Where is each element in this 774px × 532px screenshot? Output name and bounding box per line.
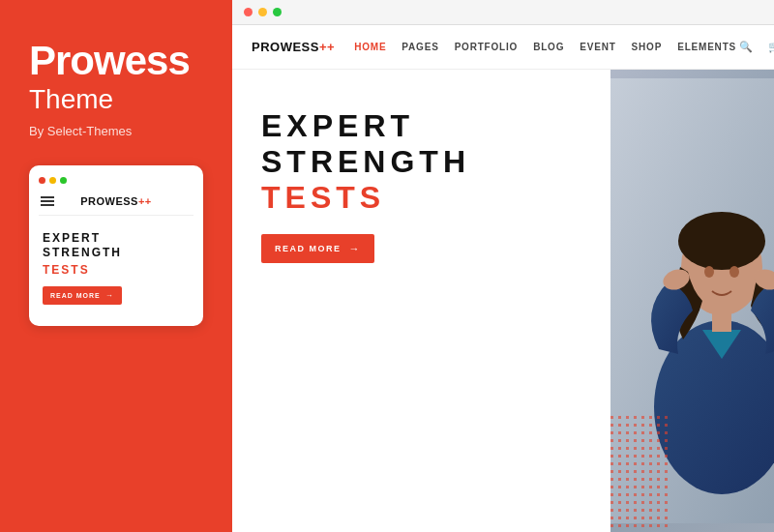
nav-link-shop[interactable]: SHOP xyxy=(632,42,663,52)
grid-overlay xyxy=(610,416,669,532)
sidebar-by: By Select-Themes xyxy=(29,124,203,138)
browser-chrome xyxy=(232,0,774,25)
browser-dot-red xyxy=(244,8,253,16)
hero-line3: TESTS xyxy=(261,180,581,216)
main-content: PROWESS++ HOME PAGES PORTFOLIO BLOG EVEN… xyxy=(232,0,774,532)
nav-icons: 🔍 🛒 ☰ xyxy=(736,38,774,57)
hero-left: EXPERT STRENGTH TESTS READ MORE → xyxy=(232,70,610,532)
mockup-read-more-button[interactable]: READ MORE → xyxy=(43,286,122,305)
sidebar-title: Prowess xyxy=(29,39,203,83)
website-logo: PROWESS++ xyxy=(252,40,335,54)
nav-link-elements[interactable]: ELEMENTS xyxy=(677,42,736,52)
mockup-dots xyxy=(39,177,194,184)
svg-point-4 xyxy=(678,212,765,270)
sidebar: Prowess Theme By Select-Themes PROWESS++… xyxy=(0,0,232,532)
svg-rect-11 xyxy=(610,416,669,532)
search-icon[interactable]: 🔍 xyxy=(736,38,756,57)
mockup-dot-yellow xyxy=(49,177,56,184)
nav-link-portfolio[interactable]: PORTFOLIO xyxy=(455,42,519,52)
mockup-hero: EXPERT STRENGTH TESTS READ MORE → xyxy=(39,225,194,312)
hamburger-icon[interactable] xyxy=(41,196,54,206)
sidebar-subtitle: Theme xyxy=(29,83,203,116)
hero-line1: EXPERT xyxy=(261,108,581,144)
hero-right xyxy=(610,70,774,532)
browser-dot-yellow xyxy=(258,8,267,16)
read-more-button[interactable]: READ MORE → xyxy=(261,234,374,263)
mockup-hero-line2: STRENGTH xyxy=(43,246,190,261)
mockup-logo: PROWESS++ xyxy=(80,195,152,207)
nav-link-home[interactable]: HOME xyxy=(354,42,386,52)
nav-link-event[interactable]: EVENT xyxy=(580,42,615,52)
nav-link-pages[interactable]: PAGES xyxy=(402,42,438,52)
arrow-icon: → xyxy=(349,243,362,254)
arrow-icon: → xyxy=(105,291,114,300)
mockup-dot-red xyxy=(39,177,45,184)
svg-rect-9 xyxy=(712,309,731,332)
mockup-hero-line3: TESTS xyxy=(43,261,190,279)
mockup-nav: PROWESS++ xyxy=(39,192,194,216)
browser-dot-green xyxy=(273,8,282,16)
website-preview: PROWESS++ HOME PAGES PORTFOLIO BLOG EVEN… xyxy=(232,25,774,532)
svg-point-8 xyxy=(729,266,739,278)
website-nav: PROWESS++ HOME PAGES PORTFOLIO BLOG EVEN… xyxy=(232,25,774,70)
cart-icon[interactable]: 🛒 xyxy=(765,38,774,57)
hero-photo xyxy=(610,70,774,532)
svg-point-7 xyxy=(704,266,714,278)
nav-links: HOME PAGES PORTFOLIO BLOG EVENT SHOP ELE… xyxy=(354,42,736,52)
mockup-dot-green xyxy=(60,177,67,184)
hero-line2: STRENGTH xyxy=(261,144,581,180)
website-hero: EXPERT STRENGTH TESTS READ MORE → xyxy=(232,70,774,532)
mockup-hero-line1: EXPERT xyxy=(43,231,190,247)
mobile-mockup: PROWESS++ EXPERT STRENGTH TESTS READ MOR… xyxy=(29,165,203,326)
nav-link-blog[interactable]: BLOG xyxy=(533,42,564,52)
